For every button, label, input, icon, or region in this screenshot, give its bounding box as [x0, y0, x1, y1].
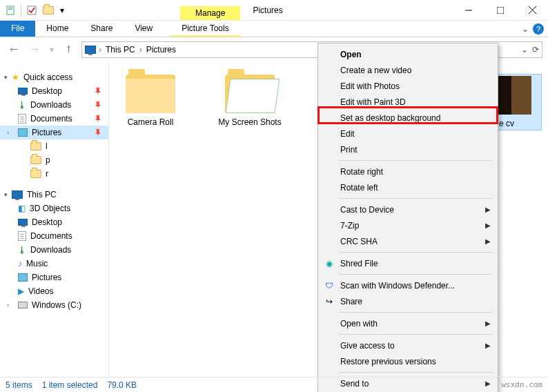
sidebar-item-folder-l[interactable]: l: [0, 139, 108, 153]
recent-dropdown-icon[interactable]: ▾: [47, 41, 57, 58]
ctx-edit-photos[interactable]: Edit with Photos: [318, 78, 498, 94]
documents-icon: [18, 231, 26, 241]
this-pc-group[interactable]: ▾ This PC: [0, 188, 108, 202]
sidebar-item-music[interactable]: ♪Music: [0, 257, 108, 271]
sidebar-item-windows-c[interactable]: ›Windows (C:): [0, 298, 108, 312]
ctx-print[interactable]: Print: [318, 141, 498, 157]
close-button[interactable]: [516, 0, 548, 21]
ctx-separator: [339, 274, 492, 275]
ctx-separator: [339, 198, 492, 199]
ctx-defender[interactable]: 🛡Scan with Windows Defender...: [318, 277, 498, 293]
sidebar-item-folder-p[interactable]: p: [0, 153, 108, 167]
ctx-label: Print: [340, 145, 358, 155]
sidebar-item-pictures-2[interactable]: Pictures: [0, 271, 108, 284]
ctx-share[interactable]: ↪Share: [318, 293, 498, 309]
ctx-label: Create a new video: [340, 66, 411, 75]
file-label: My Screen Shots: [215, 117, 284, 127]
sidebar-item-videos[interactable]: ▶Videos: [0, 284, 108, 298]
ctx-separator: [339, 334, 492, 335]
ctx-give-access[interactable]: Give access to▶: [318, 337, 498, 353]
ctx-label: Rotate right: [340, 167, 383, 177]
sidebar-label: l: [46, 141, 48, 151]
ctx-label: Give access to: [340, 341, 395, 351]
svg-rect-2: [8, 9, 12, 10]
window-controls: [453, 0, 548, 21]
tab-view[interactable]: View: [124, 21, 164, 37]
submenu-arrow-icon: ▶: [485, 206, 491, 213]
ctx-shred[interactable]: ◉Shred File: [318, 255, 498, 271]
sidebar-label: Videos: [28, 286, 53, 296]
crumb-this-pc[interactable]: This PC: [104, 45, 137, 55]
ctx-7zip[interactable]: 7-Zip▶: [318, 217, 498, 233]
pictures-icon: [18, 128, 28, 137]
ctx-rotate-left[interactable]: Rotate left: [318, 179, 498, 195]
quick-access-label: Quick access: [23, 72, 72, 82]
ctx-label: Rotate left: [340, 183, 378, 193]
pictures-icon: [18, 273, 28, 282]
ctx-label: Set as desktop background: [340, 113, 440, 123]
ctx-open-with[interactable]: Open with▶: [318, 315, 498, 331]
help-icon[interactable]: ?: [533, 23, 544, 35]
sidebar-label: Downloads: [30, 100, 71, 110]
sidebar-item-desktop[interactable]: Desktop: [0, 84, 108, 98]
sidebar-item-documents-2[interactable]: Documents: [0, 229, 108, 243]
sidebar-item-folder-r[interactable]: r: [0, 167, 108, 181]
folder-screenshots[interactable]: My Screen Shots: [215, 75, 284, 127]
ctx-create-video[interactable]: Create a new video: [318, 62, 498, 78]
crumb-pictures[interactable]: Pictures: [145, 45, 177, 55]
folder-camera-roll[interactable]: Camera Roll: [116, 75, 185, 127]
submenu-arrow-icon: ▶: [485, 342, 491, 349]
sidebar-item-desktop-2[interactable]: Desktop: [0, 215, 108, 229]
qat-separator: [21, 4, 21, 17]
ctx-crc[interactable]: CRC SHA▶: [318, 233, 498, 249]
tab-share[interactable]: Share: [79, 21, 124, 37]
downloads-icon: ⭳: [18, 100, 26, 110]
ctx-separator: [339, 372, 492, 373]
this-pc-icon: [12, 190, 23, 199]
sidebar-label: Documents: [30, 114, 72, 124]
submenu-arrow-icon: ▶: [485, 237, 491, 245]
ctx-edit[interactable]: Edit: [318, 126, 498, 141]
maximize-button[interactable]: [485, 0, 516, 21]
qat-properties-icon[interactable]: [3, 3, 18, 18]
forward-button[interactable]: 🡒: [26, 41, 43, 58]
ctx-cast[interactable]: Cast to Device▶: [318, 202, 498, 217]
ctx-open[interactable]: Open: [318, 46, 498, 62]
tab-file[interactable]: File: [0, 21, 35, 37]
submenu-arrow-icon: ▶: [485, 320, 491, 327]
this-pc-label: This PC: [27, 190, 57, 199]
tab-home[interactable]: Home: [35, 21, 79, 37]
status-selection: 1 item selected: [42, 380, 98, 390]
ctx-label: Share: [340, 297, 362, 306]
ribbon-expand-icon[interactable]: ⌄: [522, 24, 529, 34]
music-icon: ♪: [18, 259, 22, 268]
qat-dropdown-icon[interactable]: ▾: [57, 3, 67, 18]
up-button[interactable]: 🡑: [61, 41, 77, 58]
ctx-edit-paint3d[interactable]: Edit with Paint 3D: [318, 94, 498, 110]
sidebar-item-documents[interactable]: Documents: [0, 112, 108, 126]
qat-folder-icon[interactable]: [41, 3, 56, 18]
sidebar-item-downloads-2[interactable]: ⭳Downloads: [0, 243, 108, 257]
back-button[interactable]: 🡐: [6, 41, 22, 58]
ctx-rotate-right[interactable]: Rotate right: [318, 164, 498, 179]
sidebar-label: Desktop: [32, 86, 62, 96]
ctx-set-background[interactable]: Set as desktop background: [318, 110, 498, 126]
ctx-restore[interactable]: Restore previous versions: [318, 353, 498, 369]
address-dropdown-icon[interactable]: ⌄: [521, 45, 528, 55]
sidebar-label: Downloads: [30, 245, 71, 255]
sidebar-item-3d-objects[interactable]: ◧3D Objects: [0, 202, 108, 215]
ctx-label: Edit with Photos: [340, 81, 400, 91]
status-bar: 5 items 1 item selected 79.0 KB wsxdn.co…: [0, 377, 548, 392]
ctx-label: Scan with Windows Defender...: [340, 281, 455, 291]
sidebar-item-downloads[interactable]: ⭳Downloads: [0, 98, 108, 112]
minimize-button[interactable]: [453, 0, 485, 21]
quick-access-group[interactable]: ▾ ★ Quick access: [0, 70, 108, 84]
sidebar-item-pictures[interactable]: ›Pictures: [0, 126, 108, 139]
ctx-label: Restore previous versions: [340, 357, 436, 366]
context-menu: Open Create a new video Edit with Photos…: [317, 43, 498, 392]
ctx-label: 7-Zip: [340, 221, 359, 231]
refresh-icon[interactable]: ⟳: [532, 45, 539, 55]
tab-picture-tools[interactable]: Picture Tools: [170, 21, 239, 37]
qat-checkbox-icon[interactable]: [24, 3, 39, 18]
shred-icon: ◉: [324, 259, 335, 268]
